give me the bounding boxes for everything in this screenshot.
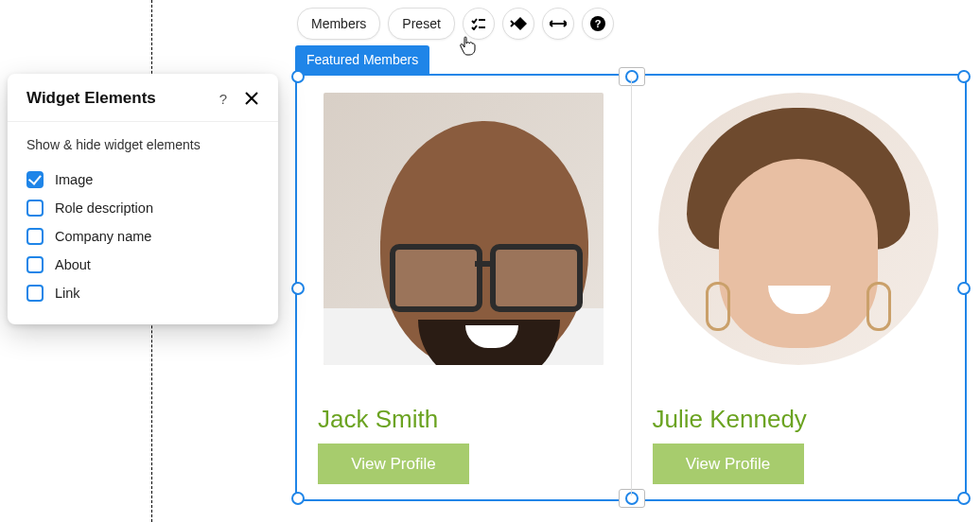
- stretch-icon[interactable]: [542, 8, 574, 40]
- checkbox-image[interactable]: Image: [26, 165, 259, 194]
- member-card[interactable]: Julie Kennedy View Profile: [632, 76, 966, 499]
- member-cards: Jack Smith View Profile Julie Kennedy Vi…: [297, 76, 965, 499]
- close-icon[interactable]: [242, 89, 261, 108]
- checkbox-label: Image: [55, 172, 93, 187]
- checkbox-label: Company name: [55, 229, 151, 244]
- help-icon[interactable]: ?: [582, 8, 614, 40]
- members-button[interactable]: Members: [297, 8, 380, 40]
- checkbox-role-description[interactable]: Role description: [26, 194, 259, 222]
- checkbox-label: About: [55, 257, 91, 272]
- checkbox-label: Link: [55, 286, 80, 301]
- panel-subtitle: Show & hide widget elements: [26, 137, 259, 152]
- checkbox-icon: [26, 228, 44, 245]
- checkbox-link[interactable]: Link: [26, 279, 259, 307]
- member-photo: [324, 93, 604, 365]
- list-settings-icon[interactable]: [463, 8, 495, 40]
- member-name: Jack Smith: [318, 405, 610, 434]
- widget-elements-panel: Widget Elements ? Show & hide widget ele…: [8, 74, 278, 324]
- view-profile-button[interactable]: View Profile: [653, 444, 804, 484]
- member-card[interactable]: Jack Smith View Profile: [297, 76, 631, 499]
- checkbox-icon: [26, 256, 44, 273]
- checkbox-label: Role description: [55, 200, 153, 216]
- animation-icon[interactable]: [502, 8, 534, 40]
- member-photo: [658, 93, 938, 365]
- view-profile-button[interactable]: View Profile: [318, 444, 469, 484]
- svg-text:?: ?: [594, 18, 601, 29]
- checkbox-about[interactable]: About: [26, 251, 259, 279]
- widget-tab-featured-members[interactable]: Featured Members: [295, 45, 429, 74]
- widget-selection-frame[interactable]: Jack Smith View Profile Julie Kennedy Vi…: [295, 74, 967, 501]
- cursor-hand-icon: [459, 36, 478, 61]
- checkbox-icon: [26, 285, 44, 302]
- member-name: Julie Kennedy: [653, 405, 945, 434]
- widget-toolbar: Members Preset ?: [297, 9, 614, 39]
- checkbox-icon: [26, 200, 44, 217]
- checkbox-icon: [26, 171, 44, 188]
- panel-help-icon[interactable]: ?: [214, 91, 233, 107]
- checkbox-company-name[interactable]: Company name: [26, 222, 259, 251]
- panel-title: Widget Elements: [26, 89, 214, 108]
- preset-button[interactable]: Preset: [388, 8, 454, 40]
